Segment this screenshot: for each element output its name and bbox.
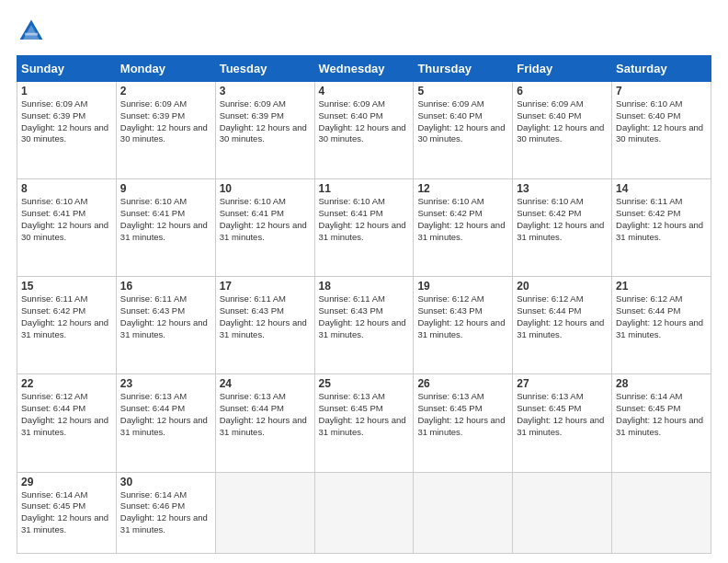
calendar-day-cell: 1 Sunrise: 6:09 AM Sunset: 6:39 PM Dayli… [17, 82, 117, 179]
calendar-week-row: 22 Sunrise: 6:12 AM Sunset: 6:44 PM Dayl… [17, 374, 711, 472]
weekday-header-cell: Monday [116, 56, 215, 82]
day-number: 7 [616, 85, 707, 98]
calendar-day-cell: 4 Sunrise: 6:09 AM Sunset: 6:40 PM Dayli… [314, 82, 414, 179]
calendar-day-cell: 20 Sunrise: 6:12 AM Sunset: 6:44 PM Dayl… [513, 277, 612, 374]
day-info: Sunrise: 6:09 AM Sunset: 6:40 PM Dayligh… [417, 98, 508, 145]
calendar-day-cell: 28 Sunrise: 6:14 AM Sunset: 6:45 PM Dayl… [612, 374, 711, 472]
calendar-day-cell: 8 Sunrise: 6:10 AM Sunset: 6:41 PM Dayli… [17, 179, 117, 277]
day-info: Sunrise: 6:14 AM Sunset: 6:45 PM Dayligh… [616, 391, 707, 438]
day-number: 1 [21, 85, 112, 98]
day-info: Sunrise: 6:14 AM Sunset: 6:45 PM Dayligh… [21, 489, 112, 536]
day-number: 11 [319, 182, 410, 195]
calendar-day-cell: 12 Sunrise: 6:10 AM Sunset: 6:42 PM Dayl… [414, 179, 513, 277]
calendar-day-cell: 9 Sunrise: 6:10 AM Sunset: 6:41 PM Dayli… [116, 179, 215, 277]
calendar-day-cell: 6 Sunrise: 6:09 AM Sunset: 6:40 PM Dayli… [513, 82, 612, 179]
day-info: Sunrise: 6:09 AM Sunset: 6:40 PM Dayligh… [319, 98, 410, 145]
calendar-body: 1 Sunrise: 6:09 AM Sunset: 6:39 PM Dayli… [17, 82, 711, 554]
calendar-week-row: 29 Sunrise: 6:14 AM Sunset: 6:45 PM Dayl… [17, 472, 711, 553]
day-number: 17 [220, 280, 311, 293]
day-info: Sunrise: 6:14 AM Sunset: 6:46 PM Dayligh… [120, 489, 211, 536]
calendar-day-cell: 2 Sunrise: 6:09 AM Sunset: 6:39 PM Dayli… [116, 82, 215, 179]
weekday-header-cell: Tuesday [215, 56, 314, 82]
calendar-day-cell: 18 Sunrise: 6:11 AM Sunset: 6:43 PM Dayl… [314, 277, 414, 374]
day-number: 2 [120, 85, 211, 98]
day-info: Sunrise: 6:09 AM Sunset: 6:39 PM Dayligh… [21, 98, 112, 145]
day-info: Sunrise: 6:10 AM Sunset: 6:41 PM Dayligh… [220, 196, 311, 243]
calendar-day-cell: 11 Sunrise: 6:10 AM Sunset: 6:41 PM Dayl… [314, 179, 414, 277]
day-number: 3 [220, 85, 311, 98]
day-info: Sunrise: 6:10 AM Sunset: 6:41 PM Dayligh… [21, 196, 112, 243]
calendar-day-cell: 19 Sunrise: 6:12 AM Sunset: 6:43 PM Dayl… [414, 277, 513, 374]
day-info: Sunrise: 6:10 AM Sunset: 6:42 PM Dayligh… [517, 196, 608, 243]
day-info: Sunrise: 6:11 AM Sunset: 6:43 PM Dayligh… [319, 293, 410, 340]
day-number: 13 [517, 182, 608, 195]
day-info: Sunrise: 6:13 AM Sunset: 6:44 PM Dayligh… [220, 391, 311, 438]
day-info: Sunrise: 6:11 AM Sunset: 6:42 PM Dayligh… [21, 293, 112, 340]
day-info: Sunrise: 6:13 AM Sunset: 6:44 PM Dayligh… [120, 391, 211, 438]
calendar-week-row: 8 Sunrise: 6:10 AM Sunset: 6:41 PM Dayli… [17, 179, 711, 277]
calendar-day-cell: 27 Sunrise: 6:13 AM Sunset: 6:45 PM Dayl… [513, 374, 612, 472]
day-number: 14 [616, 182, 707, 195]
day-info: Sunrise: 6:11 AM Sunset: 6:43 PM Dayligh… [120, 293, 211, 340]
calendar-day-cell [513, 472, 612, 553]
calendar-day-cell: 13 Sunrise: 6:10 AM Sunset: 6:42 PM Dayl… [513, 179, 612, 277]
weekday-header-cell: Thursday [414, 56, 513, 82]
day-info: Sunrise: 6:12 AM Sunset: 6:44 PM Dayligh… [21, 391, 112, 438]
day-number: 26 [417, 377, 508, 390]
day-number: 28 [616, 377, 707, 390]
day-info: Sunrise: 6:09 AM Sunset: 6:39 PM Dayligh… [220, 98, 311, 145]
day-number: 24 [220, 377, 311, 390]
day-info: Sunrise: 6:12 AM Sunset: 6:44 PM Dayligh… [616, 293, 707, 340]
calendar-day-cell: 25 Sunrise: 6:13 AM Sunset: 6:45 PM Dayl… [314, 374, 414, 472]
calendar-day-cell: 21 Sunrise: 6:12 AM Sunset: 6:44 PM Dayl… [612, 277, 711, 374]
day-number: 10 [220, 182, 311, 195]
calendar-day-cell: 16 Sunrise: 6:11 AM Sunset: 6:43 PM Dayl… [116, 277, 215, 374]
calendar-day-cell: 3 Sunrise: 6:09 AM Sunset: 6:39 PM Dayli… [215, 82, 314, 179]
day-info: Sunrise: 6:10 AM Sunset: 6:40 PM Dayligh… [616, 98, 707, 145]
weekday-header-cell: Wednesday [314, 56, 414, 82]
calendar-day-cell: 7 Sunrise: 6:10 AM Sunset: 6:40 PM Dayli… [612, 82, 711, 179]
day-number: 20 [517, 280, 608, 293]
day-info: Sunrise: 6:13 AM Sunset: 6:45 PM Dayligh… [517, 391, 608, 438]
calendar-day-cell: 23 Sunrise: 6:13 AM Sunset: 6:44 PM Dayl… [116, 374, 215, 472]
day-number: 18 [319, 280, 410, 293]
day-number: 8 [21, 182, 112, 195]
day-info: Sunrise: 6:09 AM Sunset: 6:40 PM Dayligh… [517, 98, 608, 145]
weekday-header-row: SundayMondayTuesdayWednesdayThursdayFrid… [17, 56, 711, 82]
day-info: Sunrise: 6:10 AM Sunset: 6:42 PM Dayligh… [417, 196, 508, 243]
day-info: Sunrise: 6:12 AM Sunset: 6:43 PM Dayligh… [417, 293, 508, 340]
calendar-week-row: 1 Sunrise: 6:09 AM Sunset: 6:39 PM Dayli… [17, 82, 711, 179]
day-info: Sunrise: 6:10 AM Sunset: 6:41 PM Dayligh… [120, 196, 211, 243]
weekday-header-cell: Sunday [17, 56, 117, 82]
calendar-day-cell [612, 472, 711, 553]
day-number: 12 [417, 182, 508, 195]
weekday-header-cell: Saturday [612, 56, 711, 82]
day-info: Sunrise: 6:13 AM Sunset: 6:45 PM Dayligh… [417, 391, 508, 438]
calendar-day-cell: 30 Sunrise: 6:14 AM Sunset: 6:46 PM Dayl… [116, 472, 215, 553]
day-number: 29 [21, 476, 112, 488]
day-info: Sunrise: 6:12 AM Sunset: 6:44 PM Dayligh… [517, 293, 608, 340]
day-info: Sunrise: 6:13 AM Sunset: 6:45 PM Dayligh… [319, 391, 410, 438]
day-number: 15 [21, 280, 112, 293]
day-number: 6 [517, 85, 608, 98]
calendar-day-cell: 5 Sunrise: 6:09 AM Sunset: 6:40 PM Dayli… [414, 82, 513, 179]
day-number: 23 [120, 377, 211, 390]
calendar-day-cell: 24 Sunrise: 6:13 AM Sunset: 6:44 PM Dayl… [215, 374, 314, 472]
logo [17, 17, 50, 46]
day-info: Sunrise: 6:11 AM Sunset: 6:42 PM Dayligh… [616, 196, 707, 243]
day-number: 30 [120, 476, 211, 488]
day-info: Sunrise: 6:09 AM Sunset: 6:39 PM Dayligh… [120, 98, 211, 145]
day-number: 25 [319, 377, 410, 390]
day-number: 22 [21, 377, 112, 390]
day-number: 21 [616, 280, 707, 293]
calendar-day-cell: 26 Sunrise: 6:13 AM Sunset: 6:45 PM Dayl… [414, 374, 513, 472]
calendar-day-cell: 17 Sunrise: 6:11 AM Sunset: 6:43 PM Dayl… [215, 277, 314, 374]
day-number: 5 [417, 85, 508, 98]
weekday-header-cell: Friday [513, 56, 612, 82]
day-info: Sunrise: 6:10 AM Sunset: 6:41 PM Dayligh… [319, 196, 410, 243]
page: SundayMondayTuesdayWednesdayThursdayFrid… [0, 0, 728, 563]
calendar-day-cell [414, 472, 513, 553]
calendar-day-cell: 29 Sunrise: 6:14 AM Sunset: 6:45 PM Dayl… [17, 472, 117, 553]
calendar-table: SundayMondayTuesdayWednesdayThursdayFrid… [17, 55, 711, 554]
calendar-day-cell [215, 472, 314, 553]
